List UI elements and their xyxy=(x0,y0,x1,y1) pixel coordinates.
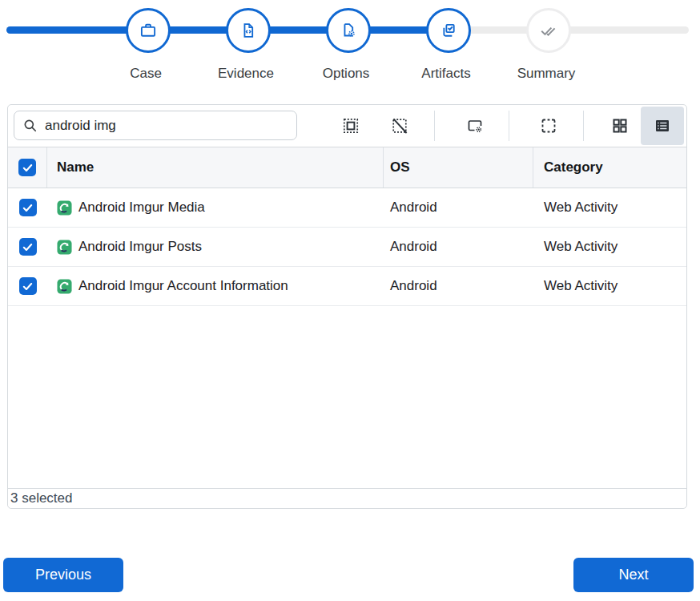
step-label-case: Case xyxy=(130,66,162,82)
artifact-category: Web Activity xyxy=(544,278,618,294)
list-view-icon xyxy=(653,116,672,135)
step-case[interactable] xyxy=(126,8,171,53)
selection-status-bar: 3 selected xyxy=(8,488,686,508)
display-settings-button[interactable] xyxy=(454,107,496,144)
check-icon xyxy=(22,162,34,174)
table-row[interactable]: Android Imgur Media Android Web Activity xyxy=(8,188,686,228)
search-input[interactable] xyxy=(45,118,288,134)
deselect-all-button[interactable] xyxy=(379,107,420,144)
artifact-os: Android xyxy=(390,200,437,216)
step-options[interactable] xyxy=(326,8,371,53)
row-checkbox[interactable] xyxy=(19,199,37,216)
artifact-os: Android xyxy=(390,239,437,255)
wizard-stepper: Case Evidence Options Artifacts Summary xyxy=(0,0,700,90)
row-checkbox[interactable] xyxy=(19,238,37,256)
artifact-name: Android Imgur Account Information xyxy=(78,278,288,294)
selection-count: 3 selected xyxy=(10,490,73,506)
artifact-toolbar xyxy=(8,105,686,147)
row-checkbox[interactable] xyxy=(19,277,37,295)
table-header: Name OS Category xyxy=(8,147,686,188)
select-all-checkbox[interactable] xyxy=(18,159,36,176)
table-row[interactable]: Android Imgur Posts Android Web Activity xyxy=(8,228,686,267)
toolbar-divider xyxy=(583,111,584,141)
imgur-artifact-icon xyxy=(57,200,72,216)
step-label-options: Options xyxy=(323,66,370,82)
artifact-name: Android Imgur Media xyxy=(78,200,205,216)
search-icon xyxy=(22,118,38,134)
display-settings-icon xyxy=(465,116,485,135)
select-all-button[interactable] xyxy=(330,107,372,144)
column-header-os[interactable]: OS xyxy=(384,147,533,188)
column-header-category[interactable]: Category xyxy=(533,147,686,188)
artifact-name: Android Imgur Posts xyxy=(78,239,202,255)
artifact-os: Android xyxy=(390,278,437,294)
toolbar-divider xyxy=(509,111,509,141)
artifact-category: Web Activity xyxy=(544,239,618,255)
grid-view-icon xyxy=(610,116,630,135)
file-gear-icon xyxy=(338,20,359,41)
grid-view-button[interactable] xyxy=(599,107,641,144)
previous-button[interactable]: Previous xyxy=(3,558,123,592)
list-view-button[interactable] xyxy=(641,107,684,145)
select-region-button[interactable] xyxy=(528,107,569,144)
check-icon xyxy=(22,241,34,253)
step-label-artifacts: Artifacts xyxy=(421,66,470,82)
toolbar-divider xyxy=(434,111,435,141)
search-box[interactable] xyxy=(14,111,297,140)
table-empty-area xyxy=(8,306,686,488)
deselect-icon xyxy=(390,116,409,135)
step-summary[interactable] xyxy=(526,8,571,53)
table-row[interactable]: Android Imgur Account Information Androi… xyxy=(8,267,686,306)
check-icon xyxy=(22,280,34,292)
check-icon xyxy=(22,202,34,214)
dashed-select-icon xyxy=(539,116,558,135)
select-all-icon xyxy=(341,116,360,135)
imgur-artifact-icon xyxy=(57,240,72,255)
column-header-name[interactable]: Name xyxy=(47,147,384,188)
next-button[interactable]: Next xyxy=(573,558,694,592)
double-check-icon xyxy=(537,19,560,42)
artifact-selection-panel: Name OS Category Android Imgur Media And… xyxy=(7,104,687,509)
artifact-category: Web Activity xyxy=(544,200,618,216)
step-label-evidence: Evidence xyxy=(218,66,274,82)
briefcase-icon xyxy=(138,20,159,41)
imgur-artifact-icon xyxy=(57,279,72,294)
checked-copies-icon xyxy=(438,20,459,41)
step-label-summary: Summary xyxy=(517,66,576,82)
step-evidence[interactable] xyxy=(226,8,271,53)
step-artifacts[interactable] xyxy=(426,8,471,53)
file-code-icon xyxy=(238,20,259,41)
